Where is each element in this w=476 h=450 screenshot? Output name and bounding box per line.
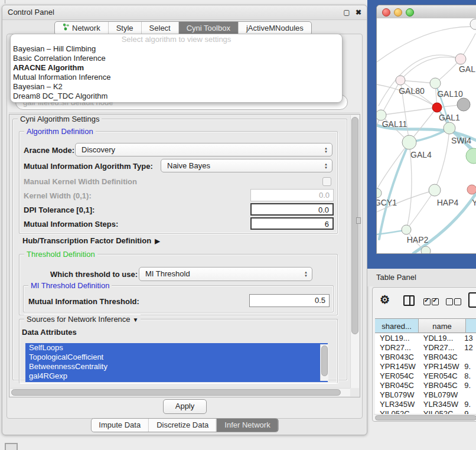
network-node-gal80[interactable] — [396, 76, 405, 85]
column-header-name[interactable]: name — [419, 318, 466, 333]
which-threshold-combobox[interactable]: MI Threshold — [139, 267, 312, 281]
settings-hscrollbar-thumb[interactable] — [11, 389, 341, 396]
network-node[interactable] — [470, 19, 476, 30]
network-tab-icon — [63, 22, 70, 35]
close-traffic-light-icon[interactable] — [382, 8, 390, 17]
network-canvas[interactable]: GALGAL80GAL10GAL1GAL11SWI4GAL4GCY1HAP4YH… — [377, 18, 476, 253]
tab-cyni-toolbox[interactable]: Cyni Toolbox — [178, 22, 238, 35]
tab-infer-network[interactable]: Infer Network — [216, 419, 278, 432]
network-edge[interactable] — [381, 107, 437, 115]
attribute-list-item[interactable]: gal4RGexp — [25, 371, 328, 381]
dpi-tolerance-label: DPI Tolerance [0,1]: — [24, 206, 94, 214]
attributes-scrollbar-thumb[interactable] — [321, 345, 328, 376]
mi-type-label: Mutual Information Algorithm Type: — [24, 162, 153, 171]
tab-select[interactable]: Select — [141, 22, 178, 35]
minimize-traffic-light-icon[interactable] — [394, 8, 402, 17]
table-hscrollbar-thumb[interactable] — [375, 415, 476, 420]
network-node[interactable] — [457, 98, 470, 111]
close-window-icon[interactable]: ✖ — [354, 8, 363, 17]
settings-vscrollbar-thumb[interactable] — [351, 117, 358, 334]
network-node[interactable] — [466, 148, 476, 164]
tab-impute-data[interactable]: Impute Data — [91, 419, 148, 432]
network-edge[interactable] — [406, 190, 435, 230]
network-node[interactable] — [421, 246, 431, 253]
docked-panel-icon[interactable] — [5, 443, 18, 450]
network-node-swi4[interactable] — [444, 122, 455, 134]
algorithm-option[interactable]: Dream8 DC_TDC Algorithm — [11, 92, 342, 101]
algorithm-option[interactable]: Bayesian – K2 — [11, 82, 342, 92]
tab-discretize-data[interactable]: Discretize Data — [148, 419, 216, 432]
tab-network[interactable]: Network — [55, 22, 108, 35]
network-node-hap4[interactable] — [429, 184, 441, 196]
settings-horizontal-scrollbar[interactable] — [10, 388, 350, 396]
table-row[interactable]: YBR045CYBR045C9. — [375, 381, 476, 390]
float-window-icon[interactable]: ▢ — [342, 8, 351, 17]
algorithm-option[interactable]: ARACNE Algorithm — [11, 63, 342, 73]
control-panel-titlebar[interactable]: Control Panel — [2, 5, 367, 20]
network-node-y[interactable] — [467, 185, 476, 194]
table-row[interactable]: YBL079WYBL079W — [375, 390, 476, 400]
table-horizontal-scrollbar[interactable] — [374, 414, 476, 421]
algorithm-option[interactable]: Basic Correlation Inference — [11, 54, 342, 63]
mi-steps-field[interactable]: 6 — [250, 217, 334, 230]
kernel-width-field[interactable]: 0.0 — [250, 189, 334, 201]
network-edge[interactable] — [379, 142, 409, 239]
attributes-list-scrollbar[interactable] — [320, 344, 328, 381]
tab-style[interactable]: Style — [108, 22, 141, 35]
mi-threshold-field[interactable]: 0.5 — [249, 294, 330, 307]
network-node-label: GAL4 — [410, 150, 432, 159]
network-node-gcy1[interactable] — [377, 188, 382, 198]
gear-icon[interactable]: ⚙ — [380, 293, 390, 306]
attribute-list-item[interactable]: BetweennessCentrality — [25, 362, 328, 371]
attribute-list-item[interactable]: SelfLoops — [25, 343, 328, 353]
column-header-cut[interactable] — [466, 318, 476, 333]
table-row[interactable]: YPR145WYPR145W9. — [375, 362, 476, 371]
mi-threshold-group-title: MI Threshold Definition — [28, 281, 112, 290]
manual-kernel-checkbox[interactable] — [322, 177, 331, 186]
network-node-label: GAL80 — [399, 86, 425, 96]
zoom-traffic-light-icon[interactable] — [406, 8, 414, 17]
columns-icon[interactable] — [403, 295, 415, 306]
network-node-hap2[interactable] — [402, 225, 411, 234]
table-row[interactable]: YLR345WYLR345W9. — [375, 400, 476, 409]
select-all-columns-icon[interactable] — [423, 296, 440, 305]
network-node-gal1[interactable] — [432, 103, 442, 112]
attribute-list-item[interactable]: TopologicalCoefficient — [25, 353, 328, 362]
deselect-all-columns-icon[interactable] — [446, 296, 462, 305]
algorithm-option[interactable]: Bayesian – Hill Climbing — [11, 44, 342, 54]
network-edge[interactable] — [435, 128, 449, 190]
table-cell: YBL079W — [418, 390, 464, 400]
aracne-mode-combobox[interactable]: Discovery — [75, 143, 332, 156]
network-node-gal[interactable] — [455, 54, 466, 64]
algorithm-dropdown-popup: Select algorithm to view settings Bayesi… — [10, 34, 343, 103]
table-row[interactable]: YDL19...YDL19...13 — [375, 334, 476, 343]
tab-label: Cyni Toolbox — [187, 22, 230, 35]
network-node-gal10[interactable] — [430, 78, 441, 89]
data-attributes-list[interactable]: SelfLoopsTopologicalCoefficientBetweenne… — [25, 343, 328, 382]
mi-type-combobox[interactable]: Naive Bayes — [161, 159, 332, 172]
sources-group-title[interactable]: Sources for Network Inference — [24, 315, 141, 324]
network-node-gal4[interactable] — [402, 135, 416, 149]
table-cell: YDL19... — [375, 334, 418, 343]
settings-vertical-scrollbar[interactable] — [350, 115, 359, 388]
dpi-tolerance-field[interactable]: 0.0 — [250, 203, 334, 216]
table-row[interactable]: YER054CYER054C8. — [375, 371, 476, 381]
threshold-definition-title: Threshold Definition — [24, 250, 97, 259]
hub-definition-toggle[interactable]: Hub/Transcription Factor Definition — [22, 236, 160, 245]
apply-button[interactable]: Apply — [163, 399, 207, 414]
table-cell: 9 — [463, 409, 476, 414]
tab-label: Infer Network — [224, 419, 270, 432]
table-row[interactable]: YBR043CYBR043C — [375, 353, 476, 362]
bottom-tabbar: Impute DataDiscretize DataInfer Network — [90, 418, 278, 432]
aracne-mode-value: Discovery — [81, 145, 115, 154]
table-row[interactable]: YIL052CYIL052C9 — [375, 409, 476, 414]
column-header-shared[interactable]: shared... — [375, 318, 419, 333]
table-cell: YDL19... — [418, 334, 464, 343]
table-row[interactable]: YDR27...YDR27...12 — [375, 343, 476, 353]
network-view-window[interactable]: GALGAL80GAL10GAL1GAL11SWI4GAL4GCY1HAP4YH… — [376, 5, 476, 254]
function-builder-icon[interactable] — [468, 292, 476, 308]
algorithm-option[interactable]: Mutual Information Inference — [11, 73, 342, 82]
network-window-titlebar[interactable] — [377, 5, 476, 19]
split-pane-handle[interactable] — [356, 217, 361, 224]
tab-jactivemnodules[interactable]: jActiveMNodules — [238, 22, 311, 35]
